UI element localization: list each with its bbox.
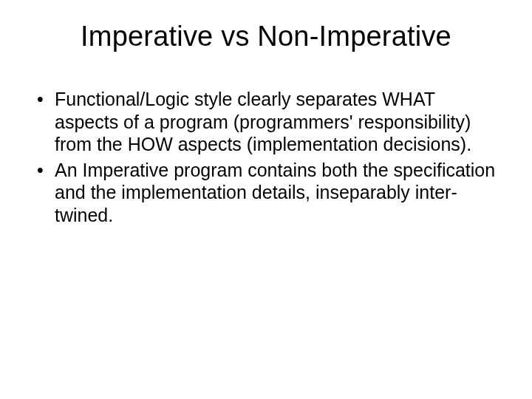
bullet-list: Functional/Logic style clearly separates… (30, 88, 502, 226)
list-item: Functional/Logic style clearly separates… (35, 88, 502, 156)
list-item: An Imperative program contains both the … (35, 159, 502, 227)
slide-title: Imperative vs Non-Imperative (30, 21, 502, 52)
